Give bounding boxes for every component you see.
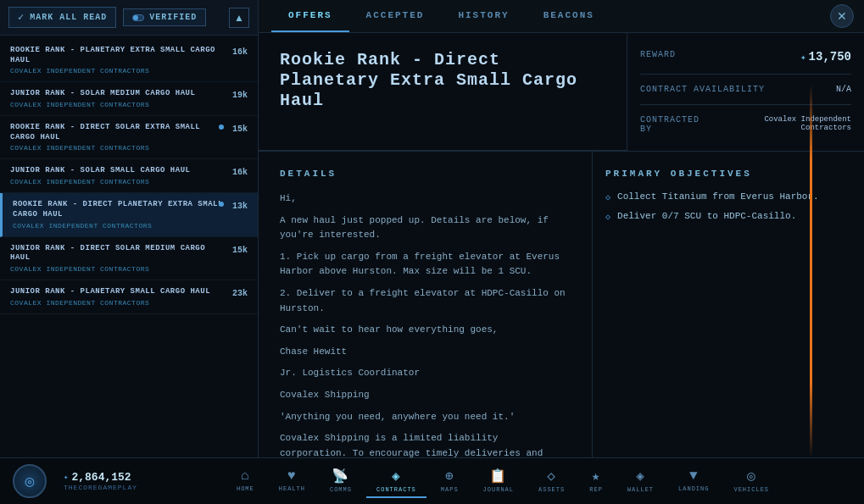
contract-list-item[interactable]: Junior Rank - Direct Solar Medium Cargo … xyxy=(0,237,258,280)
availability-label: Contract Availability xyxy=(640,85,765,94)
objective-diamond: ◇ xyxy=(605,192,610,202)
tab-beacons[interactable]: BEACONS xyxy=(527,0,611,32)
objectives-title: Primary Objectives xyxy=(605,169,851,179)
tab-offers[interactable]: OFFERS xyxy=(271,0,349,32)
nav-item-journal[interactable]: 📋 Journal xyxy=(473,464,524,498)
tab-accepted[interactable]: ACCEPTED xyxy=(349,0,442,32)
nav-item-landing[interactable]: ▼ Landing xyxy=(668,465,719,497)
contracts-label: Contracts xyxy=(376,486,416,493)
comms-label: Comms xyxy=(330,486,352,493)
objective-diamond: ◇ xyxy=(605,212,610,222)
contracted-by-row: Contracted By Covalex Independent Contra… xyxy=(640,115,851,134)
mark-all-read-button[interactable]: ✓ Mark All Read xyxy=(8,7,116,28)
orange-line xyxy=(810,152,812,457)
maps-icon: ⊕ xyxy=(445,468,454,485)
meta-divider-1 xyxy=(640,74,851,75)
contract-info: Junior Rank - Planetary Small Cargo Haul… xyxy=(10,287,226,307)
contract-list-item[interactable]: Junior Rank - Solar Medium Cargo Haul Co… xyxy=(0,82,258,116)
nav-item-comms[interactable]: 📡 Comms xyxy=(320,464,362,498)
contract-title: Junior Rank - Planetary Small Cargo Haul xyxy=(10,287,226,297)
contract-info: Junior Rank - Solar Small Cargo Haul Cov… xyxy=(10,166,226,186)
player-info: ✦ 2,864,152 TheCoregameplay xyxy=(64,471,137,491)
nav-item-assets[interactable]: ◇ Assets xyxy=(528,464,575,498)
contract-list-item[interactable]: Junior Rank - Solar Small Cargo Haul Cov… xyxy=(0,159,258,193)
verified-label: Verified xyxy=(149,13,197,22)
player-name: TheCoregameplay xyxy=(64,484,137,491)
content-area: ✓ Mark All Read Verified ▲ Rookie Rank -… xyxy=(0,0,864,457)
tabs-bar: OFFERSACCEPTEDHISTORYBEACONS✕ xyxy=(259,0,864,33)
nav-items: ⌂ Home ♥ Health 📡 Comms ◈ Contracts ⊕ Ma… xyxy=(154,464,851,498)
contract-reward: 23k xyxy=(232,289,248,298)
journal-icon: 📋 xyxy=(489,468,507,485)
contract-company: Covalex Independent Contractors xyxy=(13,222,226,230)
contract-list-item[interactable]: Rookie Rank - Planetary Extra Small Carg… xyxy=(0,39,258,82)
assets-icon: ◇ xyxy=(547,468,556,485)
details-text: Hi,A new haul just popped up. Details ar… xyxy=(280,191,571,457)
right-panel: OFFERSACCEPTEDHISTORYBEACONS✕ Rookie Ran… xyxy=(259,0,864,457)
contract-title: Junior Rank - Direct Solar Medium Cargo … xyxy=(10,244,226,263)
journal-label: Journal xyxy=(483,486,514,493)
rep-label: Rep xyxy=(589,486,603,493)
nav-item-home[interactable]: ⌂ Home xyxy=(226,465,265,497)
credit-icon: ✦ xyxy=(64,473,68,482)
home-label: Home xyxy=(237,485,254,492)
contract-reward: 15k xyxy=(232,246,248,255)
nav-item-maps[interactable]: ⊕ Maps xyxy=(431,464,469,498)
contract-reward: 19k xyxy=(232,91,248,100)
contract-title: Rookie Rank - Planetary Extra Small Carg… xyxy=(10,46,226,65)
contract-info: Rookie Rank - Planetary Extra Small Carg… xyxy=(10,46,226,75)
nav-item-contracts[interactable]: ◈ Contracts xyxy=(366,464,426,498)
objective-item: ◇ Deliver 0/7 SCU to HDPC-Casillo. xyxy=(605,211,851,222)
reward-icon: ✦ xyxy=(800,53,806,63)
landing-icon: ▼ xyxy=(689,468,699,484)
rep-icon: ★ xyxy=(592,468,601,485)
contract-info: Rookie Rank - Direct Solar Extra Small C… xyxy=(10,123,226,152)
contracted-by-value: Covalex Independent Contractors xyxy=(716,115,851,132)
objective-item: ◇ Collect Titanium from Everus Harbor. xyxy=(605,191,851,202)
contract-header-title: Rookie Rank - Direct Planetary Extra Sma… xyxy=(280,50,585,111)
detail-main: Rookie Rank - Direct Planetary Extra Sma… xyxy=(259,33,864,457)
tab-history[interactable]: HISTORY xyxy=(441,0,526,32)
contract-title: Junior Rank - Solar Medium Cargo Haul xyxy=(10,89,226,99)
objective-text: Deliver 0/7 SCU to HDPC-Casillo. xyxy=(617,211,796,221)
reward-row: Reward ✦13,750 xyxy=(640,50,851,64)
sidebar-collapse-button[interactable]: ▲ xyxy=(229,8,249,28)
vehicles-icon: ◎ xyxy=(747,468,756,485)
home-icon: ⌂ xyxy=(241,468,250,484)
player-credits: 2,864,152 xyxy=(71,471,131,484)
contract-reward: 13k xyxy=(232,202,248,211)
avatar-icon: ◎ xyxy=(25,472,35,490)
objective-text: Collect Titanium from Everus Harbor. xyxy=(617,191,819,202)
objectives-list: ◇ Collect Titanium from Everus Harbor. ◇… xyxy=(605,191,851,222)
contracted-by-label: Contracted By xyxy=(640,115,716,134)
objectives-section: Primary Objectives ◇ Collect Titanium fr… xyxy=(593,152,864,457)
wallet-label: Wallet xyxy=(627,486,654,493)
contract-info: Junior Rank - Solar Medium Cargo Haul Co… xyxy=(10,89,226,108)
nav-item-vehicles[interactable]: ◎ Vehicles xyxy=(723,464,779,498)
contract-list-item[interactable]: Rookie Rank - Direct Planetary Extra Sma… xyxy=(0,193,258,236)
main-container: ✓ Mark All Read Verified ▲ Rookie Rank -… xyxy=(0,0,864,504)
meta-divider-2 xyxy=(640,104,851,105)
contract-company: Covalex Independent Contractors xyxy=(10,265,226,273)
contract-company: Covalex Independent Contractors xyxy=(10,144,226,152)
contract-header-row: Rookie Rank - Direct Planetary Extra Sma… xyxy=(259,33,864,152)
availability-row: Contract Availability N/A xyxy=(640,85,851,94)
nav-item-health[interactable]: ♥ Health xyxy=(269,465,315,497)
mark-all-read-label: Mark All Read xyxy=(30,13,107,22)
close-button[interactable]: ✕ xyxy=(830,4,854,28)
contract-meta: Reward ✦13,750 Contract Availability N/A xyxy=(627,33,864,151)
verified-toggle[interactable]: Verified xyxy=(123,8,206,26)
nav-item-rep[interactable]: ★ Rep xyxy=(579,464,613,498)
reward-label: Reward xyxy=(640,50,676,59)
wallet-icon: ◈ xyxy=(636,468,645,485)
contract-info: Rookie Rank - Direct Planetary Extra Sma… xyxy=(13,200,226,229)
contract-list-item[interactable]: Rookie Rank - Direct Solar Extra Small C… xyxy=(0,116,258,159)
contract-company: Covalex Independent Contractors xyxy=(10,67,226,75)
nav-item-wallet[interactable]: ◈ Wallet xyxy=(617,464,664,498)
contract-reward: 16k xyxy=(232,47,248,57)
contract-title: Rookie Rank - Direct Planetary Extra Sma… xyxy=(13,200,226,219)
detail-body: Details Hi,A new haul just popped up. De… xyxy=(259,152,864,457)
details-section: Details Hi,A new haul just popped up. De… xyxy=(259,152,593,457)
contract-title: Junior Rank - Solar Small Cargo Haul xyxy=(10,166,226,176)
contract-list-item[interactable]: Junior Rank - Planetary Small Cargo Haul… xyxy=(0,280,258,314)
